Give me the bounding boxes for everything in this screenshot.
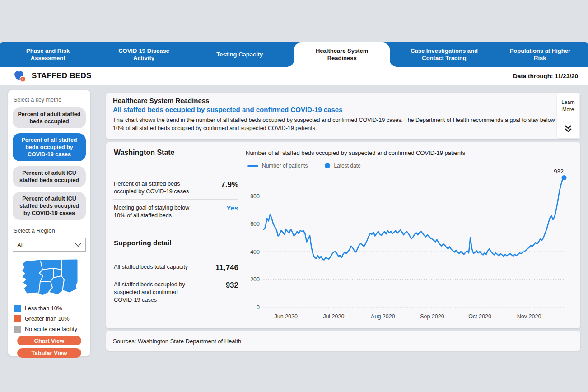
tab-covid19-disease-activity[interactable]: COVID-19 Disease Activity — [96, 42, 191, 67]
data-through-label: Data through: 11/23/20 — [513, 73, 578, 79]
top-nav: Phase and Risk Assessment COVID-19 Disea… — [0, 42, 588, 67]
metric-button-icu-staffed-covid[interactable]: Percent of adult ICU staffed beds occupi… — [13, 192, 86, 220]
metric-button-icu-staffed-beds[interactable]: Percent of adult ICU staffed beds occupi… — [13, 166, 86, 187]
region-dropdown[interactable]: All — [13, 238, 86, 252]
tabular-view-button[interactable]: Tabular View — [17, 348, 81, 358]
divider — [113, 276, 238, 276]
stat-value-occupied-covid: 932 — [226, 281, 238, 290]
chart-legend: Number of patients Latest date — [247, 163, 578, 169]
double-chevron-down-icon[interactable] — [564, 125, 572, 133]
svg-text:Sep 2020: Sep 2020 — [420, 313, 444, 320]
region-dropdown-value: All — [17, 242, 23, 248]
line-swatch-icon — [247, 165, 258, 167]
svg-text:Jul 2020: Jul 2020 — [323, 313, 344, 320]
learn-more-button[interactable]: Learn More — [557, 93, 579, 138]
tab-healthcare-system-readiness[interactable]: Healthcare System Readiness — [294, 42, 390, 67]
tab-phase-and-risk-assessment[interactable]: Phase and Risk Assessment — [0, 42, 96, 67]
chart-view-button[interactable]: Chart View — [17, 336, 81, 345]
svg-text:400: 400 — [250, 249, 260, 255]
stats-region-title: Washington State — [114, 149, 238, 157]
legend-swatch-blue — [14, 305, 21, 312]
metric-button-all-staffed-covid[interactable]: Percent of all staffed beds occupied by … — [13, 133, 86, 161]
stat-value-percent: 7.9% — [221, 180, 238, 189]
heart-plus-icon — [13, 69, 27, 83]
tab-testing-capacity[interactable]: Testing Capacity — [192, 42, 288, 67]
sidebar: Select a key metric Percent of adult sta… — [8, 90, 90, 356]
svg-text:600: 600 — [250, 221, 260, 227]
region-section-label: Select a Region — [14, 227, 87, 234]
chart-title: Number of all staffed beds occupied by s… — [246, 149, 578, 156]
svg-text:Nov 2020: Nov 2020 — [517, 313, 541, 320]
stat-row-meeting-goal: Meeting goal of staying below 10% of all… — [113, 201, 238, 222]
tab-populations-higher-risk[interactable]: Populations at Higher Risk — [492, 42, 588, 67]
dot-swatch-icon — [325, 163, 330, 168]
sources-card: Sources: Washington State Department of … — [106, 331, 580, 351]
legend-item-number-of-patients: Number of patients — [247, 163, 308, 169]
svg-text:932: 932 — [554, 169, 564, 175]
svg-text:0: 0 — [257, 304, 260, 311]
svg-text:Oct 2020: Oct 2020 — [468, 313, 491, 320]
sources-text: Sources: Washington State Department of … — [113, 338, 241, 345]
legend-item-less-than-10: Less than 10% — [14, 305, 87, 312]
chevron-down-icon — [75, 243, 81, 247]
section-title: Healthcare System Readiness — [113, 97, 553, 104]
chart-body-card: Washington State Percent of all staffed … — [106, 142, 580, 328]
metric-button-adult-staffed-beds[interactable]: Percent of adult staffed beds occupied — [13, 107, 86, 128]
legend-swatch-gray — [14, 326, 21, 333]
stats-panel: Washington State Percent of all staffed … — [113, 147, 245, 328]
legend-swatch-orange — [14, 315, 21, 322]
stat-row-total-capacity: All staffed beds total capacity 11,746 — [113, 260, 238, 275]
supporting-detail-title: Supporting detail — [114, 239, 238, 247]
stat-value-meeting-goal: Yes — [226, 204, 238, 212]
section-header-card: Healthcare System Readiness All staffed … — [106, 93, 580, 139]
legend-item-latest-date: Latest date — [325, 163, 360, 169]
header-bar: STAFFED BEDS Data through: 11/23/20 — [0, 67, 588, 85]
svg-text:200: 200 — [250, 276, 260, 283]
divider — [113, 199, 238, 200]
dashboard-page: Phase and Risk Assessment COVID-19 Disea… — [0, 0, 588, 392]
svg-text:Jun 2020: Jun 2020 — [275, 313, 298, 320]
legend-item-greater-than-10: Greater than 10% — [14, 315, 87, 322]
chart-panel: Number of all staffed beds occupied by s… — [245, 147, 578, 328]
line-chart[interactable]: 0200400600800Jun 2020Jul 2020Aug 2020Sep… — [245, 169, 577, 322]
legend-item-no-acute-care: No acute care facility — [14, 326, 87, 333]
svg-text:800: 800 — [250, 193, 260, 200]
chart-description: This chart shows the trend in the number… — [113, 117, 558, 132]
learn-more-label: Learn More — [557, 99, 579, 113]
tab-case-investigations[interactable]: Case Investigations and Contact Tracing — [396, 42, 492, 67]
stat-row-percent-occupied: Percent of all staffed beds occupied by … — [113, 177, 238, 198]
chart-heading: All staffed beds occupied by suspected a… — [113, 106, 553, 113]
metric-section-label: Select a key metric — [14, 97, 87, 103]
stat-row-occupied-covid: All staffed beds occupied by suspected a… — [113, 277, 238, 307]
stat-value-total-capacity: 11,746 — [215, 263, 238, 272]
page-title: STAFFED BEDS — [32, 71, 92, 80]
svg-text:Aug 2020: Aug 2020 — [371, 313, 395, 320]
region-map[interactable] — [16, 256, 87, 302]
